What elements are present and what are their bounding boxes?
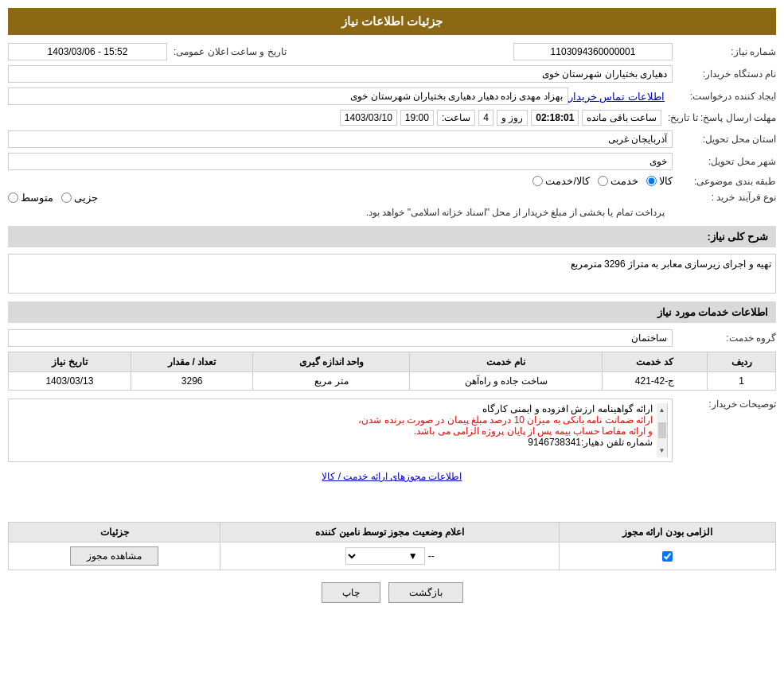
category-kala-khedmat[interactable]: کالا/خدمت <box>532 175 590 187</box>
perm-status-cell: -- ▼ <box>220 542 560 570</box>
buyer-desc-box: ▲ ▼ ارائه گواهینامه ارزش افزوده و ایمنی … <box>8 399 673 462</box>
reply-time-label: ساعت: <box>437 110 475 126</box>
buyer-desc-content: ارائه گواهینامه ارزش افزوده و ایمنی کارگ… <box>13 403 657 457</box>
reply-days: 4 <box>478 110 493 126</box>
province-value: آذربایجان غربی <box>8 130 673 148</box>
col-date: تاریخ نیاز <box>9 352 131 372</box>
cell-date: 1403/03/13 <box>9 372 131 391</box>
creator-label: ایجاد کننده درخواست: <box>673 91 776 102</box>
city-value: خوی <box>8 153 673 170</box>
perm-col-required: الزامی بودن ارائه مجوز <box>560 523 776 542</box>
reply-days-label: روز و <box>497 110 528 126</box>
category-khedmat[interactable]: خدمت <box>598 175 638 187</box>
buyer-desc-line: و ارائه مفاصا حساب بیمه پس از پایان پروژ… <box>13 426 653 437</box>
cell-unit: متر مربع <box>253 372 410 391</box>
print-button[interactable]: چاپ <box>322 582 380 603</box>
bottom-buttons: بازگشت چاپ <box>8 582 776 603</box>
status-select[interactable]: ▼ <box>345 547 425 565</box>
reply-time: 19:00 <box>400 110 434 126</box>
permissions-table: الزامی بودن ارائه مجوز اعلام وضعیت مجوز … <box>8 522 776 570</box>
desc-scrollbar[interactable]: ▲ ▼ <box>657 403 668 457</box>
purchase-jozei[interactable]: جزیی <box>61 192 98 204</box>
contact-link[interactable]: اطلاعات تماس خریدار <box>568 91 665 103</box>
announce-date-label: تاریخ و ساعت اعلان عمومی: <box>167 46 287 57</box>
scroll-up-icon[interactable]: ▲ <box>657 405 667 415</box>
col-unit: واحد اندازه گیری <box>253 352 410 372</box>
page-title: جزئیات اطلاعات نیاز <box>8 8 776 35</box>
required-checkbox[interactable] <box>662 551 673 562</box>
buyer-desc-title: توصیحات خریدار: <box>673 399 776 410</box>
cell-code: ج-42-421 <box>602 372 707 391</box>
permissions-subtitle[interactable]: اطلاعات مجوزهای ارائه خدمت / کالا <box>8 467 776 486</box>
scroll-down-icon[interactable]: ▼ <box>657 445 667 456</box>
service-group-value: ساختمان <box>8 329 673 347</box>
cell-row: 1 <box>708 372 776 391</box>
cell-name: ساخت جاده و راه‌آهن <box>410 372 602 391</box>
perm-col-status: اعلام وضعیت مجوز توسط نامین کننده <box>220 523 560 542</box>
buyer-desc-line: ارائه ضمانت نامه بانکی به میزان 10 درصد … <box>13 414 653 426</box>
announce-date-value: 1403/03/06 - 15:52 <box>8 43 167 60</box>
purchase-motevaset[interactable]: متوسط <box>8 192 53 204</box>
buyer-org-label: نام دستگاه خریدار: <box>673 68 776 80</box>
service-group-label: گروه خدمت: <box>673 332 776 344</box>
creator-value: بهزاد مهدی زاده دهیار دهیاری بختیاران شه… <box>8 87 568 105</box>
city-label: شهر محل تحویل: <box>673 156 776 167</box>
general-desc-title: شرح کلی نیاز: <box>8 226 776 247</box>
back-button[interactable]: بازگشت <box>388 582 463 603</box>
col-name: نام خدمت <box>410 352 602 372</box>
view-permit-button[interactable]: مشاهده مجوز <box>70 546 158 566</box>
services-info-title: اطلاعات خدمات مورد نیاز <box>8 301 776 323</box>
need-number-label: شماره نیاز: <box>673 46 776 57</box>
buyer-desc-line: شماره تلفن دهیار:9146738341 <box>13 437 653 448</box>
list-item: -- ▼ مشاهده مجوز <box>9 542 776 570</box>
reply-deadline-label: مهلت ارسال پاسخ: تا تاریخ: <box>661 112 776 123</box>
reply-remaining-label: ساعت باقی مانده <box>582 110 661 126</box>
col-row: ردیف <box>708 352 776 372</box>
general-desc-content: تهیه و اجرای زیرسازی معابر به متراژ 3296… <box>8 254 776 294</box>
perm-col-details: جزئیات <box>9 523 220 542</box>
province-label: استان محل تحویل: <box>673 134 776 145</box>
services-table: ردیف کد خدمت نام خدمت واحد اندازه گیری ت… <box>8 352 776 391</box>
need-number-value: 1103094360000001 <box>513 43 673 60</box>
cell-quantity: 3296 <box>131 372 253 391</box>
table-row: 1 ج-42-421 ساخت جاده و راه‌آهن متر مربع … <box>9 372 776 391</box>
purchase-note: پرداخت تمام یا بخشی از مبلغ خریدار از مح… <box>8 207 665 218</box>
col-code: کد خدمت <box>602 352 707 372</box>
category-label: طبقه بندی موضوعی: <box>673 176 776 187</box>
perm-details-cell: مشاهده مجوز <box>9 542 220 570</box>
perm-required-cell <box>560 542 776 570</box>
col-quantity: تعداد / مقدار <box>131 352 253 372</box>
buyer-desc-line: ارائه گواهینامه ارزش افزوده و ایمنی کارگ… <box>13 403 653 414</box>
category-kala[interactable]: کالا <box>646 175 673 187</box>
reply-date: 1403/03/10 <box>340 110 397 126</box>
buyer-org-value: دهیاری بختیاران شهرستان خوی <box>8 65 673 83</box>
purchase-type-label: نوع فرآیند خرید : <box>673 192 776 203</box>
reply-remaining: 02:18:01 <box>531 110 579 126</box>
